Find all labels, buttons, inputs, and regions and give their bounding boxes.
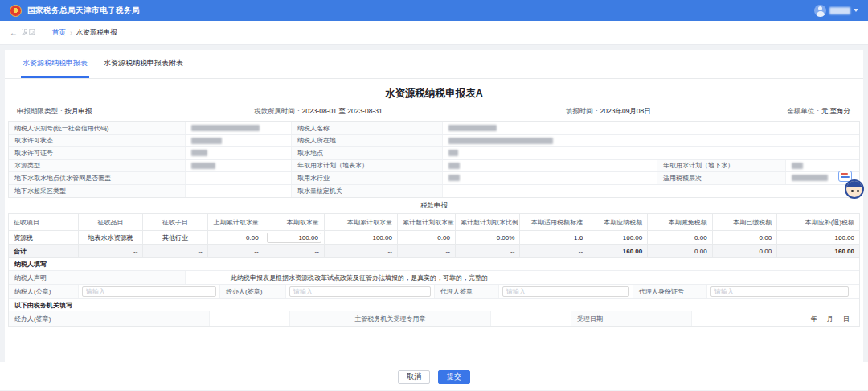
col-header: 本期应纳税额 (588, 214, 648, 231)
intake-location-value (443, 147, 859, 159)
total-cell: -- (264, 245, 324, 258)
total-label: 合计 (9, 245, 79, 258)
cell-tax-paid: 0.00 (712, 231, 776, 245)
national-emblem-icon (10, 5, 22, 17)
taxpayer-declaration-label: 纳税人声明 (9, 271, 186, 284)
back-button[interactable]: 返回 (22, 28, 35, 38)
cell-tax-payable: 160.00 (588, 231, 648, 245)
tab-main-declaration-form[interactable]: 水资源税纳税申报表 (21, 50, 89, 78)
tax-period-label: 税款所属时间： (254, 107, 302, 115)
total-tax-reduction: 0.00 (648, 245, 712, 258)
handler-sign-label: 经办人(签章) (220, 285, 286, 298)
handler-sign-input[interactable] (289, 286, 431, 297)
taxpayer-info-grid: 纳税人识别号(统一社会信用代码) 纳税人名称 取水许可状态 纳税人所在地 取水许… (8, 121, 860, 198)
water-industry-value (443, 172, 657, 184)
redacted-value (191, 138, 222, 144)
period-type-label: 申报期限类型： (17, 107, 65, 115)
tax-declare-section-title: 税款申报 (5, 198, 863, 213)
back-arrow-icon[interactable]: ← (10, 28, 18, 37)
water-industry-label: 取用水行业 (292, 172, 443, 184)
cell-over-plan-intake: 0.00 (397, 231, 455, 245)
accept-date-format: 年 月 日 (692, 311, 859, 326)
agent-sign-label: 代理人签章 (435, 285, 499, 298)
submit-button[interactable]: 提交 (438, 370, 470, 384)
redacted-value (448, 138, 553, 144)
col-header: 本期减免税额 (648, 214, 712, 231)
total-cell: -- (397, 245, 455, 258)
cell-cur-cum-intake: 100.00 (324, 231, 397, 245)
authority-agent-blank (210, 311, 290, 326)
total-cell: -- (207, 245, 264, 258)
breadcrumb-home-link[interactable]: 首页 (52, 28, 66, 38)
tax-tier-label: 适用税额层次 (657, 172, 786, 184)
verify-authority-label: 取水量核定机关 (292, 185, 443, 198)
redacted-value (191, 150, 207, 156)
total-cell: -- (78, 245, 142, 258)
redacted-value (191, 163, 215, 169)
period-type-value: 按月申报 (65, 107, 92, 115)
col-header: 本期累计取水量 (324, 214, 397, 231)
user-menu[interactable] (814, 5, 858, 17)
annual-plan-surface-label: 年取用水计划（地表水） (292, 160, 443, 172)
annual-plan-ground-label: 年取用水计划（地下水） (657, 160, 786, 172)
app-title: 国家税务总局天津市电子税务局 (27, 6, 140, 16)
cell-over-plan-ratio: 0.00% (455, 231, 519, 245)
authority-fill-section-title: 以下由税务机关填写 (9, 298, 859, 311)
authority-agent-label: 经办人(签章) (9, 311, 210, 326)
total-cell: -- (455, 245, 519, 258)
taxpayer-declaration-text: 此纳税申报表是根据水资源税改革试点政策及征管办法填报的，是真实的，可靠的，完整的 (186, 271, 859, 284)
breadcrumb: ← 返回 首页 › 水资源税申报 (0, 21, 868, 45)
total-tax-payable: 160.00 (588, 245, 648, 258)
col-header: 征收品目 (78, 214, 142, 231)
table-total-row: 合计 -- -- -- -- -- -- -- -- 160.00 0.00 0… (9, 245, 860, 258)
taxpayer-fill-section-title: 纳税人填写 (9, 258, 859, 270)
assistant-face-icon (845, 179, 864, 199)
redacted-value (448, 150, 458, 156)
annual-plan-surface-value (443, 160, 657, 172)
redacted-value (448, 175, 460, 181)
authority-seal-blank (491, 311, 571, 326)
fill-time-label: 填报时间： (566, 107, 600, 115)
cell-rate-standard: 1.6 (520, 231, 588, 245)
taxpayer-id-value (186, 122, 292, 134)
chevron-down-icon (854, 9, 858, 12)
cell-levy-category: 地表水水资源税 (78, 231, 142, 245)
form-tabs: 水资源税纳税申报表 水资源税纳税申报表附表 (5, 50, 863, 79)
accept-date-label: 受理日期 (571, 311, 692, 326)
col-header: 本期应补(退)税额 (777, 214, 860, 231)
redacted-value (191, 125, 260, 131)
col-header: 本期适用税额标准 (520, 214, 588, 231)
col-header: 上期累计取水量 (207, 214, 264, 231)
overexploited-zone-value (186, 185, 292, 198)
taxpayer-seal-label: 纳税人(公章) (9, 285, 79, 298)
taxpayer-name-label: 纳税人名称 (292, 122, 443, 134)
taxpayer-seal-input[interactable] (82, 286, 216, 297)
agent-sign-input[interactable] (502, 286, 629, 297)
redacted-value (448, 163, 460, 169)
taxpayer-location-value (443, 135, 859, 147)
redacted-value (792, 175, 828, 181)
intake-location-label: 取水地点 (292, 147, 443, 159)
tab-attachment-form[interactable]: 水资源税纳税申报表附表 (102, 50, 185, 78)
total-tax-paid: 0.00 (712, 245, 776, 258)
current-intake-input[interactable] (267, 233, 321, 243)
agent-sign-cell (499, 285, 633, 298)
signature-section: 纳税人填写 纳税人声明 此纳税申报表是根据水资源税改革试点政策及征管办法填报的，… (8, 258, 860, 327)
permit-no-value (186, 147, 292, 159)
cell-levy-sub: 其他行业 (143, 231, 207, 245)
total-tax-due: 160.00 (777, 245, 860, 258)
user-name-redacted (829, 7, 850, 14)
page-title: 水资源税纳税申报表A (5, 87, 863, 101)
permit-status-label: 取水许可状态 (9, 135, 186, 147)
cancel-button[interactable]: 取消 (398, 370, 430, 384)
water-source-type-value (186, 160, 292, 172)
agent-id-input[interactable] (710, 286, 849, 297)
assistant-mascot[interactable] (838, 171, 864, 204)
col-header: 累计超计划取水量 (397, 214, 455, 231)
taxpayer-id-label: 纳税人识别号(统一社会信用代码) (9, 122, 186, 134)
breadcrumb-separator: › (70, 29, 72, 37)
handler-sign-cell (286, 285, 435, 298)
table-row: 资源税 地表水水资源税 其他行业 0.00 100.00 0.00 0.00% … (9, 231, 860, 245)
redacted-value (448, 125, 497, 131)
col-header: 本期已缴税额 (712, 214, 776, 231)
